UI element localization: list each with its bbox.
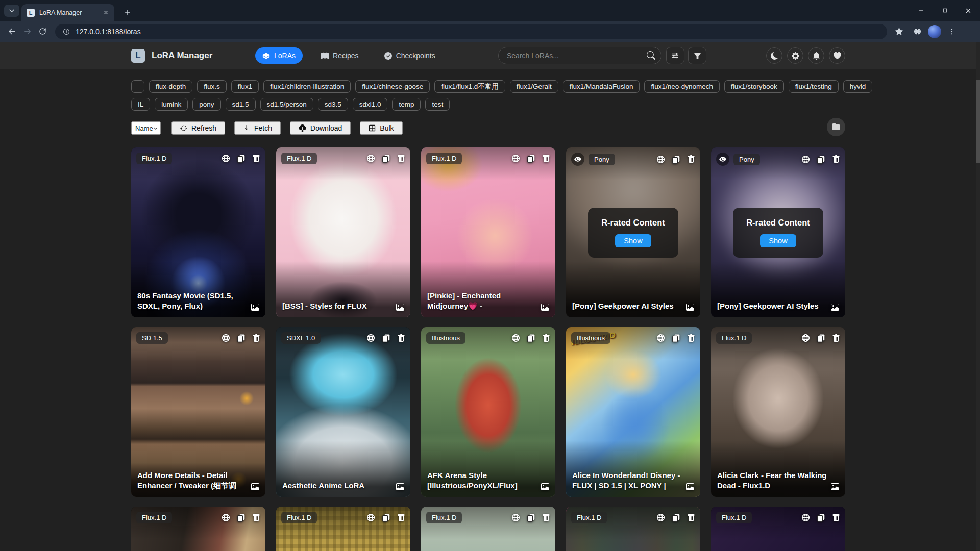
bulk-button[interactable]: Bulk <box>360 121 402 135</box>
civitai-link-button[interactable] <box>801 513 810 522</box>
civitai-link-button[interactable] <box>222 334 230 342</box>
tag-chip[interactable]: pony <box>192 98 220 111</box>
lora-card[interactable]: SDXL 1.0 Aesthetic Anime LoRA <box>276 327 410 497</box>
lora-card[interactable]: Flux.1 D [BSS] - Styles for FLUX <box>276 147 410 317</box>
tag-chip[interactable]: temp <box>392 98 421 111</box>
tag-chip[interactable]: flux1/testing <box>789 80 839 93</box>
support-button[interactable] <box>829 47 845 64</box>
civitai-link-button[interactable] <box>366 334 375 342</box>
back-button[interactable] <box>4 24 19 39</box>
delete-button[interactable] <box>832 155 840 163</box>
civitai-link-button[interactable] <box>511 334 520 342</box>
tag-chip[interactable]: IL <box>131 98 150 111</box>
search-input[interactable] <box>498 47 662 64</box>
tab-checkpoints[interactable]: Checkpoints <box>377 47 443 64</box>
tag-chip-root[interactable] <box>131 80 144 93</box>
tab-close-button[interactable] <box>101 8 110 17</box>
new-tab-button[interactable] <box>120 5 135 19</box>
theme-toggle-button[interactable] <box>766 47 782 64</box>
delete-button[interactable] <box>252 334 260 342</box>
lora-card[interactable]: Flux.1 D <box>276 507 410 551</box>
example-images-button[interactable] <box>541 303 549 311</box>
civitai-link-button[interactable] <box>366 154 375 163</box>
delete-button[interactable] <box>397 334 405 342</box>
reload-button[interactable] <box>35 24 50 39</box>
delete-button[interactable] <box>687 514 695 522</box>
example-images-button[interactable] <box>396 303 404 311</box>
delete-button[interactable] <box>542 334 550 342</box>
search-icon[interactable] <box>647 51 655 60</box>
tag-chip[interactable]: test <box>425 98 450 111</box>
tag-chip[interactable]: flux1/neo-dynomech <box>644 80 720 93</box>
delete-button[interactable] <box>832 334 840 342</box>
browser-tab[interactable]: L LoRA Manager <box>21 4 114 21</box>
delete-button[interactable] <box>832 514 840 522</box>
tag-chip[interactable]: flux1/chinese-goose <box>355 80 430 93</box>
copy-button[interactable] <box>817 513 825 522</box>
lora-card[interactable]: ILLUSTRIO Illustrious Alice In Wonderlan… <box>566 327 700 497</box>
download-button[interactable]: Download <box>290 121 351 135</box>
civitai-link-button[interactable] <box>366 513 375 522</box>
tag-chip[interactable]: flux.s <box>197 80 227 93</box>
lora-card[interactable]: Flux.1 D 80s Fantasy Movie (SD1.5, SDXL,… <box>131 147 265 317</box>
delete-button[interactable] <box>252 155 260 163</box>
example-images-button[interactable] <box>686 483 694 491</box>
lora-card[interactable]: Flux.1 D <box>131 507 265 551</box>
scrollbar-thumb[interactable] <box>976 80 980 163</box>
page-scrollbar[interactable] <box>976 42 980 551</box>
show-nsfw-button[interactable]: Show <box>760 234 796 247</box>
example-images-button[interactable] <box>831 483 839 491</box>
tag-chip[interactable]: flux1/MandalaFusion <box>563 80 640 93</box>
tag-chip[interactable]: lumink <box>155 98 188 111</box>
civitai-link-button[interactable] <box>222 154 230 163</box>
example-images-button[interactable] <box>251 483 259 491</box>
tab-recipes[interactable]: Recipes <box>314 47 366 64</box>
bookmark-star-button[interactable] <box>891 24 906 39</box>
delete-button[interactable] <box>542 155 550 163</box>
lora-card[interactable]: Illustrious AFK Arena Style [Illustrious… <box>421 327 555 497</box>
tag-chip[interactable]: flux1/Geralt <box>510 80 558 93</box>
delete-button[interactable] <box>397 514 405 522</box>
example-images-button[interactable] <box>396 483 404 491</box>
delete-button[interactable] <box>542 514 550 522</box>
delete-button[interactable] <box>397 155 405 163</box>
civitai-link-button[interactable] <box>656 334 665 342</box>
civitai-link-button[interactable] <box>511 154 520 163</box>
lora-card[interactable]: Flux.1 D Alicia Clark - Fear the Walking… <box>711 327 845 497</box>
lora-card[interactable]: Flux.1 D [Pinkie] - Enchanted Midjourney… <box>421 147 555 317</box>
copy-button[interactable] <box>237 334 246 342</box>
tag-chip[interactable]: sdxl1.0 <box>353 98 388 111</box>
tab-loras[interactable]: LoRAs <box>255 47 303 64</box>
settings-button[interactable] <box>787 47 803 64</box>
sort-select[interactable]: Name <box>131 121 161 135</box>
copy-button[interactable] <box>237 154 246 163</box>
lora-card[interactable]: R-rated Content Show Pony [Pony] Geekpow… <box>711 147 845 317</box>
tag-chip[interactable]: flux1/children-illustration <box>263 80 351 93</box>
tag-chip[interactable]: flux1 <box>231 80 259 93</box>
visibility-toggle-button[interactable] <box>716 153 729 166</box>
copy-button[interactable] <box>527 334 535 342</box>
civitai-link-button[interactable] <box>801 334 810 342</box>
tag-chip[interactable]: flux-depth <box>149 80 192 93</box>
civitai-link-button[interactable] <box>656 155 665 164</box>
visibility-toggle-button[interactable] <box>571 153 584 166</box>
copy-button[interactable] <box>382 154 390 163</box>
civitai-link-button[interactable] <box>801 155 810 164</box>
copy-button[interactable] <box>527 513 535 522</box>
address-bar[interactable]: 127.0.0.1:8188/loras <box>55 24 887 39</box>
tag-chip[interactable]: hyvid <box>843 80 873 93</box>
example-images-button[interactable] <box>541 483 549 491</box>
copy-button[interactable] <box>527 154 535 163</box>
window-maximize-button[interactable] <box>933 0 957 21</box>
tag-chip[interactable]: sd3.5 <box>318 98 348 111</box>
example-images-button[interactable] <box>831 303 839 311</box>
delete-button[interactable] <box>687 155 695 163</box>
lora-card[interactable]: Flux.1 D <box>711 507 845 551</box>
window-close-button[interactable] <box>957 0 980 21</box>
notifications-button[interactable] <box>808 47 824 64</box>
tag-chip[interactable]: flux1/storybook <box>724 80 784 93</box>
tab-search-button[interactable] <box>4 5 19 17</box>
lora-card[interactable]: R-rated Content Show Pony [Pony] Geekpow… <box>566 147 700 317</box>
show-nsfw-button[interactable]: Show <box>615 234 651 247</box>
search-options-button[interactable] <box>666 47 684 64</box>
